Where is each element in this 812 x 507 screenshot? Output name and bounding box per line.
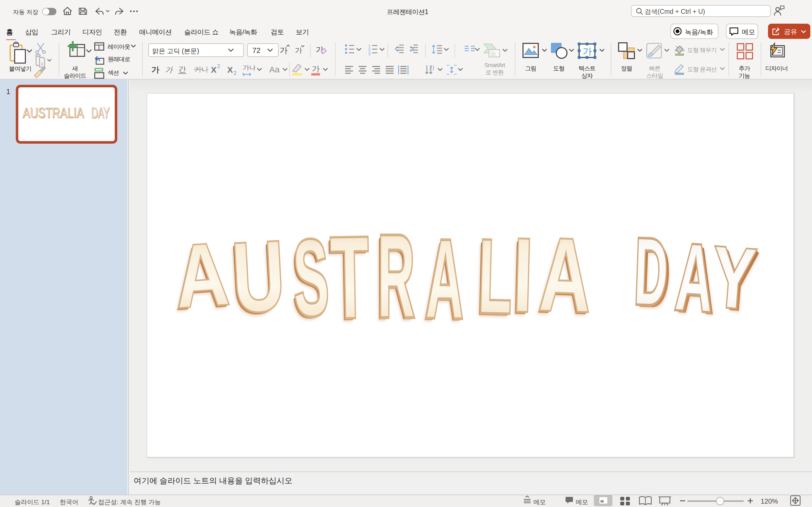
svg-text:가: 가 [165,66,173,74]
svg-text:3: 3 [368,51,370,56]
svg-text:X: X [211,65,216,74]
svg-text:가: 가 [312,64,320,73]
svg-text:가: 가 [582,46,592,57]
svg-text:간: 간 [179,65,186,73]
svg-text:가: 가 [295,46,302,55]
svg-text:가: 가 [151,65,159,74]
svg-text:X: X [227,65,233,74]
svg-text:2: 2 [234,70,237,76]
svg-text:Aa: Aa [269,65,280,74]
svg-text:가: 가 [280,46,288,55]
svg-text:가: 가 [428,64,435,71]
svg-text:가나: 가나 [243,64,256,71]
svg-text:2: 2 [217,63,220,69]
